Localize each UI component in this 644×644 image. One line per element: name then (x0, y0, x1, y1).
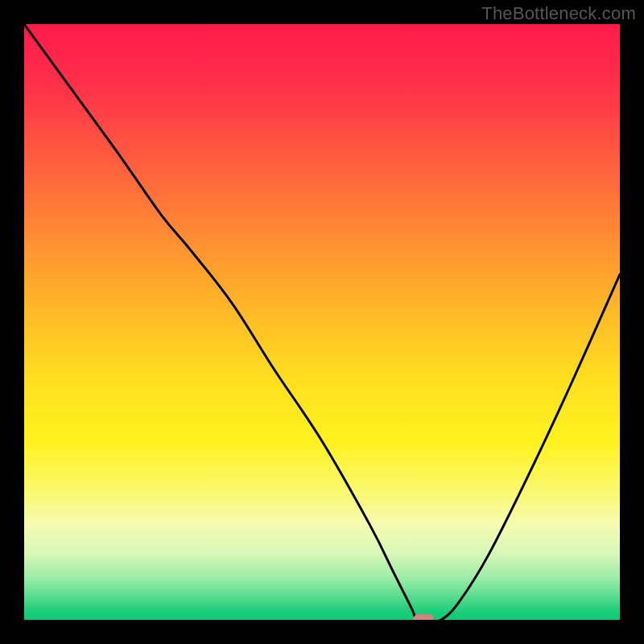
optimal-point-marker (413, 614, 434, 620)
plot-area (24, 24, 620, 620)
bottleneck-curve (24, 24, 620, 620)
chart-frame: TheBottleneck.com (0, 0, 644, 644)
watermark-text: TheBottleneck.com (481, 3, 636, 24)
